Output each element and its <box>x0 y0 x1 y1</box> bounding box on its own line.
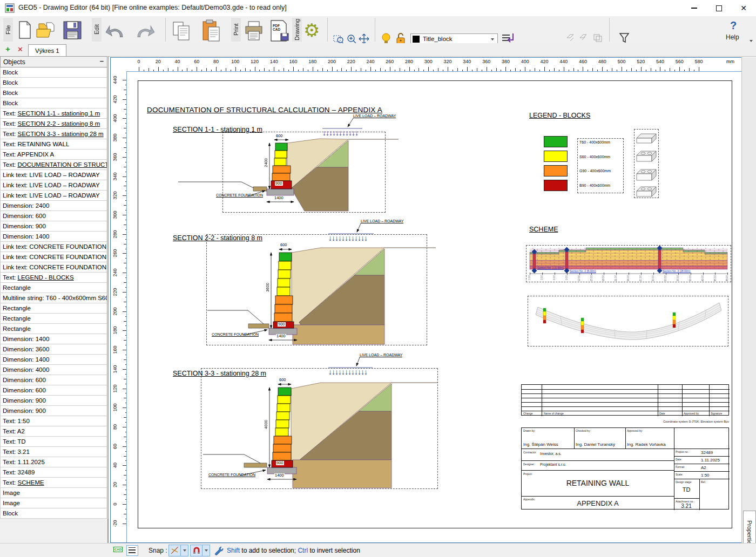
legend-label[interactable]: B90 - 400x600mm <box>579 184 610 187</box>
list-item[interactable]: Text: 1:50 <box>0 416 107 426</box>
list-item[interactable]: Dimension: 900 <box>0 406 107 416</box>
legend-label[interactable]: T60 - 400x600mm <box>579 140 610 144</box>
dim-4000[interactable]: 4000 <box>264 420 269 429</box>
close-sheet-button[interactable]: ✕ <box>17 45 23 53</box>
list-item[interactable]: Block <box>0 508 107 519</box>
section-2-drawing[interactable]: SECTION 2-2 - stationing 8 m ↓↓↓↓↓↓↓↓↓↓↓… <box>163 217 444 349</box>
list-item[interactable]: Text: SECTION 1-1 - stationing 1 m <box>0 108 107 119</box>
live-load-label[interactable]: LIVE LOAD – ROADWAY <box>361 219 403 223</box>
dim-900[interactable]: 900 <box>276 461 284 465</box>
list-item[interactable]: Dimension: 3600 <box>0 344 107 355</box>
list-item[interactable]: Rectangle <box>0 303 107 314</box>
list-item[interactable]: Link text: CONCRETE FOUNDATION <box>0 242 107 252</box>
legend-swatch[interactable] <box>544 151 568 162</box>
printer-icon[interactable] <box>244 21 265 41</box>
close-button[interactable]: ✕ <box>731 0 756 16</box>
list-item[interactable]: Rectangle <box>0 324 107 334</box>
scheme-elevation[interactable]: 0.003.006.009.0012.0015.0018.0021.0024.0… <box>526 245 731 282</box>
list-item[interactable]: Block <box>0 78 107 88</box>
list-item[interactable]: Text: 32489 <box>0 467 107 478</box>
list-item[interactable]: Link text: LIVE LOAD – ROADWAY <box>0 170 107 180</box>
new-file-icon[interactable] <box>17 21 32 40</box>
section-1-drawing[interactable]: SECTION 1-1 - stationing 1 m ↓↓↓↓↓↓↓↓↓↓↓… <box>163 112 417 220</box>
list-item[interactable]: Dimension: 1400 <box>0 334 107 344</box>
list-item[interactable]: Dimension: 4000 <box>0 365 107 375</box>
list-item[interactable]: Link text: CONCRETE FOUNDATION <box>0 262 107 273</box>
list-item[interactable]: Dimension: 600 <box>0 375 107 385</box>
scheme-section-2-label[interactable]: Section No. 2 (8.00m) <box>570 269 596 273</box>
print-menu[interactable]: Print <box>231 18 241 42</box>
list-item[interactable]: Dimension: 900 <box>0 221 107 232</box>
undo-icon[interactable] <box>105 23 125 38</box>
magnet-dropdown[interactable] <box>202 545 210 556</box>
wrench-icon[interactable] <box>214 546 224 555</box>
save-icon[interactable] <box>63 21 83 41</box>
legend-label[interactable]: S60 - 400x600mm <box>579 155 610 159</box>
settings-gear-icon[interactable]: ⚙ <box>303 19 320 41</box>
list-item[interactable]: Dimension: 900 <box>0 396 107 406</box>
live-load-label[interactable]: LIVE LOAD – ROADWAY <box>360 353 402 357</box>
zoom-select-icon[interactable] <box>333 33 345 44</box>
list-item[interactable]: Rectangle <box>0 314 107 324</box>
add-sheet-button[interactable]: + <box>5 44 10 53</box>
list-item[interactable]: Block <box>0 98 107 108</box>
dim-600[interactable]: 600 <box>279 378 287 382</box>
list-item[interactable]: Text: RETAINING WALL <box>0 139 107 150</box>
file-menu[interactable]: File <box>3 18 13 42</box>
maximize-button[interactable] <box>706 0 731 16</box>
legend-swatch[interactable] <box>544 136 568 147</box>
list-item[interactable]: Image <box>0 498 107 508</box>
list-item[interactable]: Dimension: 600 <box>0 385 107 396</box>
help-label[interactable]: Help <box>726 33 739 41</box>
list-item[interactable]: Text: SECTION 2-2 - stationing 8 m <box>0 119 107 129</box>
list-item[interactable]: Rectangle <box>0 283 107 293</box>
list-item[interactable]: Multiline string: T60 - 400x600mm S60 - … <box>0 293 107 303</box>
list-item[interactable]: Text: A2 <box>0 426 107 437</box>
list-item[interactable]: Dimension: 1400 <box>0 355 107 365</box>
list-item[interactable]: Link text: LIVE LOAD – ROADWAY <box>0 180 107 191</box>
list-item[interactable]: Text: SCHEME <box>0 478 107 488</box>
edit-menu[interactable]: Edit <box>92 18 102 42</box>
scheme-title[interactable]: SCHEME <box>529 226 558 233</box>
section-3-drawing[interactable]: SECTION 3-3 - stationing 28 m ↓↓↓↓↓↓↓↓↓↓… <box>163 352 455 493</box>
list-item[interactable]: Image <box>0 488 107 498</box>
paste-icon[interactable] <box>201 19 221 42</box>
tab-vykres-1[interactable]: Výkres 1 <box>28 44 66 57</box>
section-2-title[interactable]: SECTION 2-2 - stationing 8 m <box>173 234 262 242</box>
snap-mode-dropdown[interactable] <box>180 545 188 556</box>
snap-mode-button[interactable] <box>168 545 181 556</box>
scheme-3d-view[interactable] <box>528 296 728 347</box>
list-item[interactable]: Text: SECTION 3-3 - stationing 28 m <box>0 129 107 139</box>
scheme-section-3-label[interactable]: Section No. 3 (28.00m) <box>663 269 690 273</box>
legend-swatch[interactable] <box>544 165 568 176</box>
dim-1400[interactable]: 1400 <box>276 334 286 338</box>
zoom-in-icon[interactable] <box>346 33 357 44</box>
list-item[interactable]: Link text: CONCRETE FOUNDATION <box>0 252 107 262</box>
legend-title[interactable]: LEGEND - BLOCKS <box>529 112 590 119</box>
cad-mode-toggle[interactable]: CAD <box>113 547 123 552</box>
concrete-foundation-label[interactable]: CONCRETE FOUNDATION <box>212 332 259 337</box>
layer-dropdown[interactable] <box>491 38 494 40</box>
scheme-section-1-label[interactable]: Section No. 1 (1.00m) <box>537 266 564 269</box>
help-icon[interactable]: ? <box>730 19 737 32</box>
dim-2400[interactable]: 2400 <box>264 158 269 167</box>
legend-label[interactable]: G90 - 400x600mm <box>579 169 611 173</box>
concrete-foundation-label[interactable]: CONCRETE FOUNDATION <box>216 193 263 198</box>
dim-900[interactable]: 900 <box>278 322 286 327</box>
concrete-foundation-label[interactable]: CONCRETE FOUNDATION <box>208 473 255 477</box>
section-1-title[interactable]: SECTION 1-1 - stationing 1 m <box>173 126 262 133</box>
open-file-icon[interactable] <box>36 22 55 39</box>
list-item[interactable]: Dimension: 2400 <box>0 201 107 211</box>
drawing-viewport[interactable]: mm 0204060801001201401601802002202402602… <box>110 57 742 543</box>
legend-swatch[interactable] <box>544 180 568 191</box>
dim-1400[interactable]: 1400 <box>274 473 285 478</box>
object-list-toggle[interactable] <box>126 545 138 556</box>
collapse-panel-button[interactable]: – <box>100 57 104 65</box>
help-dropdown[interactable] <box>750 40 753 42</box>
dim-3600[interactable]: 3600 <box>265 283 271 292</box>
list-item[interactable]: Link text: LIVE LOAD – ROADWAY <box>0 191 107 201</box>
list-item[interactable]: Text: 3.21 <box>0 447 107 457</box>
section-3-title[interactable]: SECTION 3-3 - stationing 28 m <box>173 370 266 377</box>
dim-1400[interactable]: 1400 <box>274 196 284 200</box>
list-item[interactable]: Text: TD <box>0 437 107 447</box>
